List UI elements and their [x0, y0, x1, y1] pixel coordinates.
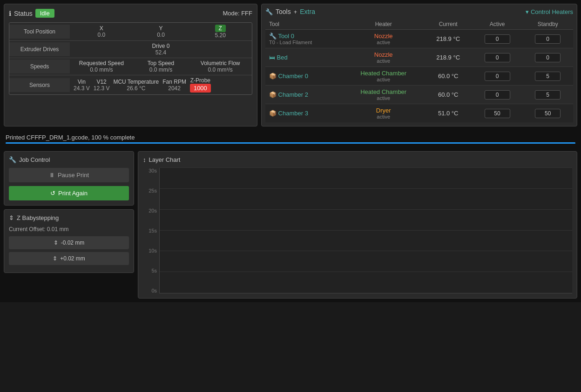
- job-control-label: Job Control: [19, 156, 50, 163]
- status-panel: ℹ Status Idle Mode: FFF Tool Position X …: [4, 4, 257, 126]
- active-select-0[interactable]: 0: [485, 34, 510, 44]
- active-cell-2: 0: [472, 67, 523, 86]
- z-baby-label: Z Babystepping: [17, 214, 59, 221]
- tool-name-2[interactable]: 📦 Chamber 0: [269, 73, 339, 80]
- col-heater: Heater: [343, 19, 425, 30]
- tools-header: 🔧 Tools + Extra ▾ Control Heaters: [265, 8, 573, 15]
- fan-value: 2042: [168, 85, 181, 92]
- bottom-area: 🔧 Job Control ⏸ Pause Print ↺ Print Agai…: [0, 147, 581, 302]
- job-control-title: 🔧 Job Control: [9, 156, 129, 163]
- layer-chart-title: ↕ Layer Chart: [143, 156, 572, 163]
- tool-cell-4: 📦 Chamber 3: [265, 104, 343, 123]
- x-value: 0.0: [97, 32, 105, 38]
- print-again-button[interactable]: ↺ Print Again: [9, 186, 129, 200]
- tool-name-4[interactable]: 📦 Chamber 3: [269, 110, 339, 117]
- status-header: ℹ Status Idle Mode: FFF: [9, 9, 252, 18]
- top-speed-label: Top Speed: [148, 60, 174, 66]
- z-minus-label: -0.02 mm: [61, 239, 85, 246]
- tool-cell-3: 📦 Chamber 2: [265, 86, 343, 104]
- volumetric-flow: Volumetric Flow 0.0 mm³/s: [192, 60, 248, 73]
- left-panels: 🔧 Job Control ⏸ Pause Print ↺ Print Agai…: [4, 151, 134, 299]
- tools-label: Tools: [276, 8, 291, 15]
- heater-sub-1: active: [346, 58, 421, 64]
- idle-badge: Idle: [35, 9, 54, 18]
- z-minus-button[interactable]: ⇕ -0.02 mm: [9, 236, 129, 249]
- v12-value: 12.3 V: [94, 85, 110, 92]
- table-row: 📦 Chamber 0 Heated Chamber active 60.0 °…: [265, 67, 573, 86]
- vin-sensor: Vin 24.3 V: [74, 79, 90, 92]
- standby-select-4[interactable]: 50: [535, 109, 561, 118]
- standby-cell-4: 50: [522, 104, 573, 123]
- active-select-group-3: 0: [476, 90, 519, 100]
- tools-table: Tool Heater Current Active Standby 🔧 Too…: [265, 19, 573, 122]
- heater-cell-1: Nozzle active: [343, 48, 425, 67]
- y-label-20s: 20s: [143, 208, 157, 213]
- heater-cell-0: Nozzle active: [343, 30, 425, 48]
- volumetric-flow-label: Volumetric Flow: [201, 60, 240, 66]
- print-again-label: Print Again: [58, 190, 88, 197]
- chevron-down-icon: ▾: [526, 8, 529, 15]
- tool-sub-0[interactable]: T0 - Load Filament: [269, 40, 339, 45]
- status-label: Status: [14, 10, 33, 17]
- active-select-group-2: 0: [476, 72, 519, 81]
- v12-sensor: V12 12.3 V: [94, 79, 110, 92]
- chart-area: 0s 5s 10s 15s 20s 25s 30s: [143, 168, 572, 293]
- heater-sub-3: active: [346, 95, 421, 101]
- layer-chart-icon: ↕: [143, 156, 146, 163]
- col-tool: Tool: [265, 19, 343, 30]
- tools-table-head: Tool Heater Current Active Standby: [265, 19, 573, 30]
- z-label: Z: [215, 25, 226, 32]
- info-icon: ℹ: [9, 10, 11, 17]
- col-current: Current: [425, 19, 472, 30]
- zprobe-label: Z-Probe: [190, 77, 210, 84]
- table-row: 📦 Chamber 3 Dryer active 51.0 °C 50 50: [265, 104, 573, 123]
- extruder-drives-values: Drive 0 52.4: [70, 41, 252, 58]
- x-label: X: [100, 25, 103, 32]
- standby-select-1[interactable]: 0: [535, 53, 561, 62]
- z-plus-button[interactable]: ⇕ +0.02 mm: [9, 252, 129, 265]
- tool-name-3[interactable]: 📦 Chamber 2: [269, 91, 339, 98]
- vin-value: 24.3 V: [74, 85, 90, 92]
- z-plus-icon: ⇕: [53, 255, 57, 262]
- top-speed-value: 0.0 mm/s: [149, 66, 172, 73]
- heater-type-4: Dryer: [346, 107, 421, 114]
- active-select-2[interactable]: 0: [485, 72, 510, 81]
- speeds-values: Requested Speed 0.0 mm/s Top Speed 0.0 m…: [70, 58, 252, 75]
- extra-link[interactable]: Extra: [300, 8, 315, 15]
- mcu-label: MCU Temperature: [113, 79, 159, 85]
- standby-select-group-0: 0: [526, 34, 569, 44]
- layer-chart-panel: ↕ Layer Chart 0s 5s 10s 15s 20s 25s 30s: [138, 151, 577, 299]
- grid-line-10s: [160, 251, 572, 251]
- heater-type-2: Heated Chamber: [346, 70, 421, 77]
- mode-text: Mode: FFF: [223, 10, 252, 17]
- tool-position-row: Tool Position X 0.0 Y 0.0 Z 5.20: [9, 23, 252, 41]
- standby-select-3[interactable]: 5: [535, 90, 561, 100]
- active-select-4[interactable]: 50: [485, 109, 510, 118]
- z-plus-label: +0.02 mm: [60, 255, 85, 262]
- x-axis: X 0.0: [74, 25, 129, 38]
- table-row: 🔧 Tool 0 T0 - Load Filament Nozzle activ…: [265, 30, 573, 48]
- grid-line-5s: [160, 272, 572, 272]
- tool-position-values: X 0.0 Y 0.0 Z 5.20: [70, 23, 252, 40]
- y-label-0s: 0s: [143, 288, 157, 293]
- standby-cell-2: 5: [522, 67, 573, 86]
- heater-cell-2: Heated Chamber active: [343, 67, 425, 86]
- pause-print-button[interactable]: ⏸ Pause Print: [9, 168, 129, 182]
- vin-label: Vin: [78, 79, 86, 85]
- active-select-3[interactable]: 0: [485, 90, 510, 100]
- standby-select-2[interactable]: 5: [535, 72, 561, 81]
- tool-name-1[interactable]: 🛏 Bed: [269, 54, 339, 61]
- requested-speed-value: 0.0 mm/s: [90, 66, 113, 73]
- z-babystepping-panel: ⇕ Z Babystepping Current Offset: 0.01 mm…: [4, 209, 134, 273]
- current-offset-label: Current Offset: 0.01 mm: [9, 226, 129, 233]
- active-select-1[interactable]: 0: [485, 53, 510, 62]
- active-cell-4: 50: [472, 104, 523, 123]
- volumetric-flow-value: 0.0 mm³/s: [208, 66, 233, 73]
- tool-name-0[interactable]: 🔧 Tool 0: [269, 33, 339, 40]
- standby-select-0[interactable]: 0: [535, 34, 561, 44]
- zprobe-value: 1000: [190, 84, 211, 93]
- grid-line-25s: [160, 188, 572, 189]
- control-heaters-link[interactable]: Control Heaters: [531, 8, 573, 15]
- y-label-15s: 15s: [143, 228, 157, 233]
- sensors-values: Vin 24.3 V V12 12.3 V MCU Temperature 26…: [70, 75, 252, 94]
